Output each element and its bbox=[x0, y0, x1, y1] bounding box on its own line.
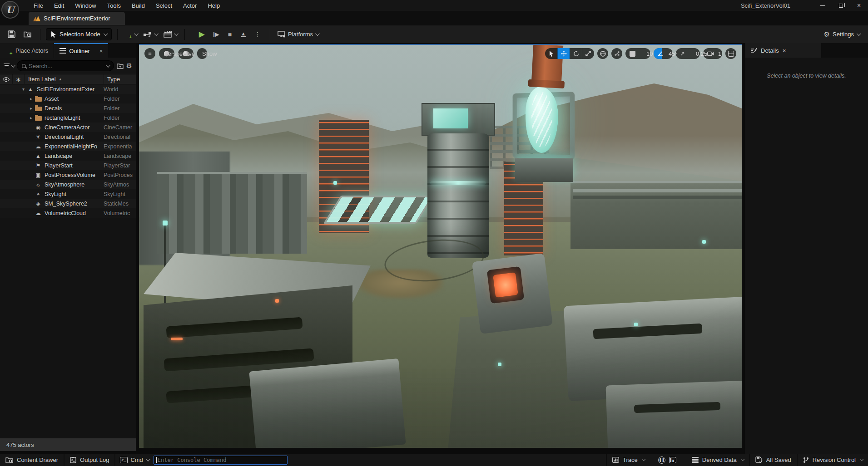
menu-edit[interactable]: Edit bbox=[49, 0, 69, 11]
menu-window[interactable]: Window bbox=[69, 0, 101, 11]
add-actor-dropdown[interactable]: + bbox=[123, 29, 139, 40]
outliner-row[interactable]: ◓SkyLightSkyLight bbox=[0, 189, 136, 199]
blueprints-dropdown[interactable] bbox=[142, 29, 159, 40]
eject-button[interactable]: ▲ bbox=[237, 32, 250, 37]
outliner-row[interactable]: ▸rectangleLightFolder bbox=[0, 113, 136, 123]
grid-snap-value[interactable]: 10 bbox=[642, 48, 650, 59]
close-tab-icon[interactable]: × bbox=[783, 47, 786, 54]
expand-arrow-icon[interactable]: ▸ bbox=[28, 115, 34, 120]
move-tool-button[interactable] bbox=[557, 48, 570, 59]
tab-place-actors[interactable]: + Place Actors bbox=[0, 43, 54, 58]
output-log-button[interactable]: Output Log bbox=[64, 454, 114, 466]
surface-snapping-button[interactable] bbox=[611, 48, 622, 59]
menu-tools[interactable]: Tools bbox=[102, 0, 126, 11]
outliner-row[interactable]: ◈SM_SkySphere2StaticMes bbox=[0, 199, 136, 208]
perspective-label: Perspective bbox=[164, 50, 195, 57]
derived-data-label[interactable]: Derived Data bbox=[702, 456, 737, 463]
insights-button[interactable]: ❚❚ bbox=[658, 456, 665, 464]
tab-details[interactable]: Details × bbox=[745, 43, 821, 58]
type-column-header[interactable]: Type bbox=[104, 74, 136, 84]
menu-build[interactable]: Build bbox=[126, 0, 150, 11]
revision-control-dropdown[interactable]: Revision Control bbox=[798, 454, 868, 466]
content-drawer-button[interactable]: Content Drawer bbox=[0, 454, 64, 466]
rotation-snap-value[interactable]: 45° bbox=[665, 48, 673, 59]
save-status-button[interactable]: All Saved bbox=[750, 454, 797, 466]
scale-snap-toggle[interactable]: ↗ bbox=[676, 48, 689, 59]
item-label-column-header[interactable]: Item Label ▲ bbox=[25, 76, 104, 83]
cursor-icon bbox=[51, 31, 56, 38]
pin-column-header[interactable]: ∗ bbox=[13, 74, 25, 84]
row-label: Asset bbox=[42, 96, 104, 102]
tab-outliner[interactable]: Outliner × bbox=[54, 43, 108, 58]
rotation-snap-toggle[interactable] bbox=[654, 48, 662, 59]
outliner-row[interactable]: ▾▲SciFiEnvironmentExterWorld bbox=[0, 84, 136, 94]
menu-actor[interactable]: Actor bbox=[178, 0, 202, 11]
settings-label: Settings bbox=[833, 31, 854, 38]
select-tool-button[interactable] bbox=[545, 48, 557, 59]
expand-arrow-icon[interactable]: ▾ bbox=[20, 87, 26, 92]
camera-speed-value[interactable]: 1 bbox=[714, 48, 722, 59]
outliner-row[interactable]: ☀DirectionalLightDirectional bbox=[0, 132, 136, 142]
outliner-row[interactable]: ▸DecalsFolder bbox=[0, 103, 136, 113]
selection-mode-dropdown[interactable]: Selection Mode bbox=[46, 28, 112, 40]
restore-icon bbox=[839, 4, 843, 8]
outliner-row[interactable]: ☁ExponentialHeightFoExponentia bbox=[0, 142, 136, 151]
unreal-logo[interactable]: U bbox=[1, 1, 19, 19]
grid-snap-control[interactable]: 10 bbox=[625, 48, 650, 59]
rotation-snap-control[interactable]: 45° bbox=[654, 48, 673, 59]
create-folder-button[interactable] bbox=[117, 63, 124, 69]
platforms-dropdown[interactable]: Platforms bbox=[276, 29, 320, 40]
scale-tool-button[interactable] bbox=[582, 48, 594, 59]
cinematics-dropdown[interactable] bbox=[162, 29, 179, 40]
row-label: SkyLight bbox=[42, 191, 104, 197]
expand-arrow-icon[interactable]: ▸ bbox=[28, 106, 34, 111]
play-options-kebab[interactable]: ⋮ bbox=[251, 30, 264, 39]
grid-snap-toggle[interactable] bbox=[625, 48, 640, 59]
play-controls: ▶ ▶ ■ ▲ ⋮ bbox=[195, 29, 264, 40]
outliner-search-input[interactable]: Search... bbox=[17, 60, 114, 71]
stop-button[interactable]: ■ bbox=[224, 30, 236, 39]
play-button[interactable]: ▶ bbox=[195, 29, 209, 40]
chevron-down-icon bbox=[174, 31, 179, 36]
level-viewport[interactable]: ≡ Perspective Lit Show bbox=[139, 44, 742, 448]
trace-label[interactable]: Trace bbox=[623, 456, 638, 463]
show-dropdown[interactable]: Show bbox=[197, 48, 207, 59]
cmd-dropdown[interactable]: >_ Cmd bbox=[120, 456, 149, 463]
scale-snap-value[interactable]: 0.25 bbox=[692, 48, 700, 59]
world-local-toggle[interactable] bbox=[597, 48, 608, 59]
console-command-input[interactable]: Enter Console Command bbox=[154, 456, 288, 465]
filter-dropdown[interactable] bbox=[4, 64, 14, 69]
snapshot-button[interactable]: ▌▖ bbox=[669, 457, 676, 463]
minimize-button[interactable] bbox=[813, 0, 832, 11]
outliner-row[interactable]: ☼SkyAtmosphereSkyAtmos bbox=[0, 180, 136, 189]
outliner-row[interactable]: ◉CineCameraActorCineCamer bbox=[0, 123, 136, 132]
restore-button[interactable] bbox=[832, 0, 850, 11]
perspective-dropdown[interactable]: Perspective bbox=[159, 48, 174, 59]
outliner-row[interactable]: ▸AssetFolder bbox=[0, 94, 136, 103]
outliner-row[interactable]: ⚑PlayerStartPlayerStar bbox=[0, 161, 136, 170]
outliner-row[interactable]: ☁VolumetricCloudVolumetric bbox=[0, 208, 136, 218]
save-button[interactable] bbox=[5, 28, 18, 41]
row-label: CineCameraActor bbox=[42, 124, 104, 131]
expand-arrow-icon[interactable]: ▸ bbox=[28, 96, 34, 101]
close-button[interactable]: × bbox=[850, 0, 868, 11]
hamburger-icon: ≡ bbox=[148, 50, 152, 57]
outliner-row[interactable]: ▲LandscapeLandscape bbox=[0, 151, 136, 161]
outliner-settings-button[interactable]: ⚙ bbox=[126, 62, 132, 70]
settings-dropdown[interactable]: ⚙ Settings bbox=[824, 30, 863, 39]
branch-icon bbox=[803, 457, 809, 463]
rotate-tool-button[interactable] bbox=[570, 48, 582, 59]
outliner-row[interactable]: ▣PostProcessVolumePostProces bbox=[0, 170, 136, 180]
menu-select[interactable]: Select bbox=[150, 0, 178, 11]
visibility-column-header[interactable] bbox=[0, 74, 13, 84]
level-tab[interactable]: SciFiEnvironmentExterior bbox=[29, 12, 125, 25]
scale-snap-control[interactable]: ↗ 0.25 bbox=[676, 48, 700, 59]
menu-file[interactable]: File bbox=[28, 0, 49, 11]
maximize-viewport-button[interactable] bbox=[725, 48, 736, 59]
menu-help[interactable]: Help bbox=[202, 0, 225, 11]
close-tab-icon[interactable]: × bbox=[99, 48, 103, 54]
frame-skip-button[interactable]: ▶ bbox=[210, 30, 223, 39]
browse-content-button[interactable] bbox=[21, 28, 35, 41]
viewport-options-button[interactable]: ≡ bbox=[144, 48, 155, 59]
trace-icon bbox=[612, 457, 619, 463]
